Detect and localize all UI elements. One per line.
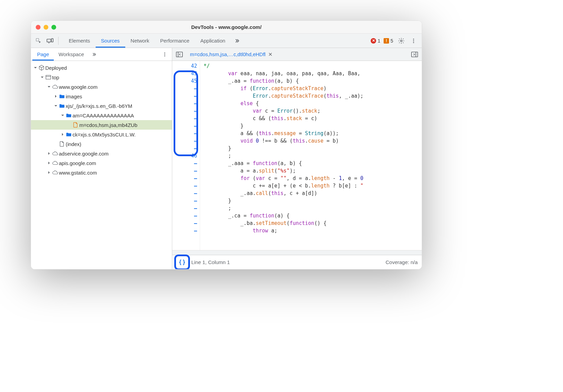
- close-window-button[interactable]: [36, 25, 41, 30]
- tree-row-domain[interactable]: apis.google.com: [31, 158, 172, 168]
- line-number[interactable]: –: [172, 197, 197, 205]
- cloud-icon: [51, 161, 59, 165]
- tab-elements[interactable]: Elements: [63, 34, 96, 48]
- inspect-element-icon[interactable]: [33, 35, 44, 46]
- settings-gear-icon[interactable]: [397, 36, 406, 46]
- tree-row-deployed[interactable]: Deployed: [31, 63, 172, 72]
- tab-application[interactable]: Application: [195, 34, 230, 48]
- tree-row-top[interactable]: top: [31, 72, 172, 82]
- line-number[interactable]: –: [172, 115, 197, 122]
- code-line[interactable]: void 0 !== b && (this.cause = b): [204, 137, 422, 145]
- code-line[interactable]: }: [204, 122, 422, 130]
- chevron-down-icon: [33, 66, 38, 69]
- line-number[interactable]: –: [172, 219, 197, 227]
- tab-performance[interactable]: Performance: [155, 34, 195, 48]
- tab-network[interactable]: Network: [125, 34, 155, 48]
- line-number[interactable]: –: [172, 92, 197, 100]
- chevron-right-icon: [53, 95, 58, 98]
- file-tab[interactable]: m=cdos,hsm,jsa,…c,dtl0hd,eHDfl ✕: [187, 48, 276, 61]
- line-number[interactable]: –: [172, 205, 197, 212]
- code-line[interactable]: _.aa.call(this, c + a[d]): [204, 190, 422, 197]
- line-number[interactable]: –: [172, 160, 197, 167]
- warning-badge[interactable]: ! 5: [384, 38, 393, 44]
- code-line[interactable]: Error.captureStackTrace(this, _.aa);: [204, 92, 422, 100]
- line-number[interactable]: –: [172, 227, 197, 234]
- code-line[interactable]: ;: [204, 205, 422, 212]
- minimize-window-button[interactable]: [44, 25, 48, 30]
- folder-icon: [58, 103, 66, 108]
- toggle-navigator-icon[interactable]: [174, 49, 184, 60]
- tree-row-domain[interactable]: www.gstatic.com: [31, 168, 172, 177]
- code-content[interactable]: */ var eaa, naa, jaa, oaa, paa, qaa, Aaa…: [200, 61, 422, 250]
- error-badge[interactable]: ✕ 1: [371, 38, 380, 44]
- line-number[interactable]: –: [172, 175, 197, 182]
- tree-row-file-selected[interactable]: m=cdos,hsm,jsa,mb4ZUb: [31, 120, 172, 130]
- horizontal-scrollbar[interactable]: [172, 250, 422, 255]
- code-line[interactable]: c && (this.stack = c): [204, 115, 422, 122]
- line-number[interactable]: –: [172, 107, 197, 115]
- code-line[interactable]: _.ca = function(a) {: [204, 212, 422, 219]
- code-line[interactable]: */: [204, 62, 422, 70]
- line-number[interactable]: 43: [172, 70, 197, 77]
- tree-row-domain[interactable]: www.google.com: [31, 82, 172, 92]
- tree-row-domain[interactable]: adservice.google.com: [31, 149, 172, 158]
- line-number[interactable]: –: [172, 100, 197, 107]
- tree-label: images: [66, 94, 82, 99]
- nav-tab-workspace[interactable]: Workspace: [54, 48, 89, 61]
- tree-row-file[interactable]: (index): [31, 139, 172, 149]
- code-line[interactable]: c += a[e] + (e < b.length ? b[e] : ": [204, 182, 422, 190]
- nav-more-tabs-button[interactable]: [89, 52, 100, 57]
- code-line[interactable]: _.aa = function(a, b) {: [204, 77, 422, 85]
- line-number[interactable]: –: [172, 190, 197, 197]
- line-number[interactable]: –: [172, 85, 197, 92]
- code-line[interactable]: _.ba.setTimeout(function() {: [204, 219, 422, 227]
- device-toggle-icon[interactable]: [45, 35, 55, 46]
- code-line[interactable]: }: [204, 197, 422, 205]
- code-line[interactable]: var eaa, naa, jaa, oaa, paa, qaa, Aaa, B…: [204, 70, 422, 77]
- code-area[interactable]: 424345–––––––––46–––––––––– */ var eaa, …: [172, 61, 422, 250]
- svg-point-7: [164, 52, 165, 53]
- line-number[interactable]: –: [172, 130, 197, 137]
- svg-point-9: [164, 55, 165, 56]
- toggle-debugger-icon[interactable]: [409, 49, 420, 60]
- code-line[interactable]: a && (this.message = String(a));: [204, 130, 422, 137]
- code-line[interactable]: for (var c = "", d = a.length - 1, e = 0: [204, 175, 422, 182]
- line-number[interactable]: 46: [172, 152, 197, 160]
- maximize-window-button[interactable]: [51, 25, 56, 30]
- code-line[interactable]: throw a;: [204, 227, 422, 234]
- line-number[interactable]: –: [172, 182, 197, 190]
- tree-label: am=CAAAAAAAAAAAAAA: [73, 113, 134, 118]
- code-line[interactable]: ;: [204, 152, 422, 160]
- line-number[interactable]: –: [172, 122, 197, 130]
- tree-row-folder[interactable]: ck=xjs.s.0Mx5ys3sCUI.L.W.: [31, 130, 172, 139]
- chevron-down-icon: [47, 85, 51, 88]
- more-tabs-button[interactable]: [231, 34, 244, 48]
- line-number[interactable]: –: [172, 212, 197, 219]
- line-number[interactable]: –: [172, 167, 197, 175]
- close-tab-icon[interactable]: ✕: [268, 51, 273, 58]
- tree-label: (index): [66, 141, 81, 147]
- tree-row-folder[interactable]: images: [31, 92, 172, 101]
- code-line[interactable]: _.aaa = function(a, b) {: [204, 160, 422, 167]
- tree-row-folder[interactable]: xjs/_/js/k=xjs.s.en_GB.-b6YM: [31, 101, 172, 111]
- more-menu-icon[interactable]: [409, 37, 418, 45]
- code-line[interactable]: if (Error.captureStackTrace): [204, 85, 422, 92]
- nav-tab-page[interactable]: Page: [32, 48, 54, 61]
- window-title: DevTools - www.google.com/: [31, 24, 422, 30]
- code-line[interactable]: var c = Error().stack;: [204, 107, 422, 115]
- code-line[interactable]: else {: [204, 100, 422, 107]
- pretty-print-button[interactable]: [176, 257, 188, 268]
- nav-kebab-icon[interactable]: [159, 52, 171, 57]
- line-number[interactable]: –: [172, 137, 197, 145]
- line-gutter[interactable]: 424345–––––––––46––––––––––: [172, 61, 200, 250]
- devtools-window: DevTools - www.google.com/ Elements Sour…: [31, 20, 422, 270]
- code-line[interactable]: a = a.split("%s");: [204, 167, 422, 175]
- line-number[interactable]: –: [172, 145, 197, 152]
- line-number[interactable]: 45: [172, 77, 197, 85]
- chevron-right-icon: [47, 152, 51, 155]
- line-number[interactable]: 42: [172, 62, 197, 70]
- code-line[interactable]: }: [204, 145, 422, 152]
- svg-point-3: [401, 40, 402, 42]
- tab-sources[interactable]: Sources: [96, 34, 125, 48]
- tree-row-folder[interactable]: am=CAAAAAAAAAAAAAA: [31, 111, 172, 120]
